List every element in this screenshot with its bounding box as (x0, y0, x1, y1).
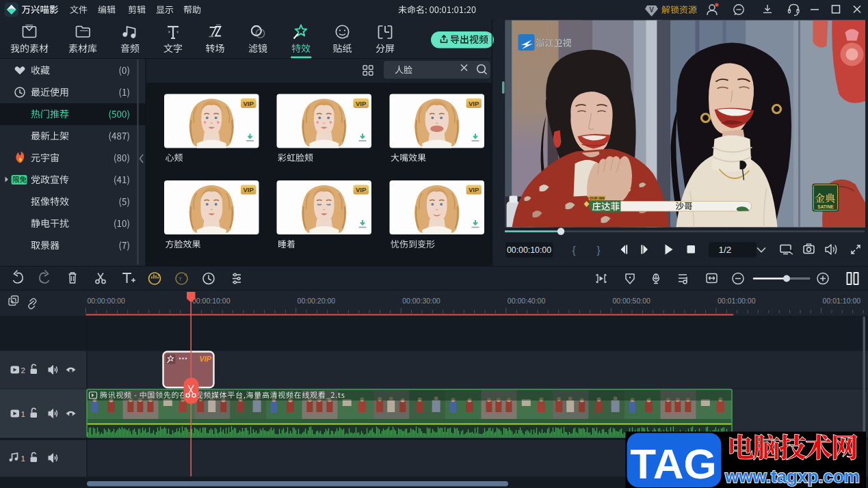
svg-text:VIP: VIP (244, 100, 254, 107)
svg-text:00:00:10:00: 00:00:10:00 (507, 245, 551, 255)
svg-text:VIP: VIP (244, 186, 254, 193)
svg-text:T: T (179, 276, 182, 282)
svg-text:00:01:00:00: 00:01:00:00 (718, 297, 756, 305)
svg-text:VIP: VIP (199, 355, 211, 363)
svg-text:1: 1 (21, 455, 25, 463)
svg-text:TAG: TAG (630, 440, 716, 487)
svg-text:00:00:50:00: 00:00:50:00 (612, 297, 650, 305)
svg-text:1/2: 1/2 (719, 245, 732, 255)
svg-text:SATINE: SATINE (817, 204, 834, 209)
svg-text:VIP: VIP (356, 186, 367, 193)
svg-text:}: } (596, 244, 600, 256)
svg-text:VIP: VIP (469, 100, 479, 107)
svg-text:VIP: VIP (469, 186, 479, 193)
svg-text:{: { (572, 244, 575, 256)
svg-text:00:00:10:00: 00:00:10:00 (192, 297, 231, 305)
svg-text:1: 1 (21, 410, 25, 418)
svg-text:00:00:20:00: 00:00:20:00 (298, 297, 336, 305)
svg-text:2: 2 (21, 366, 25, 375)
svg-text:00:00:30:00: 00:00:30:00 (402, 297, 440, 305)
svg-text:OUR INN: OUR INN (590, 196, 605, 200)
svg-text:00:01:10:00: 00:01:10:00 (823, 297, 861, 305)
svg-text:www.tagxp.com: www.tagxp.com (724, 466, 860, 487)
svg-text:00:00:40:00: 00:00:40:00 (508, 297, 546, 305)
svg-text:VIP: VIP (356, 100, 367, 107)
svg-text:00:00:00:00: 00:00:00:00 (87, 297, 125, 305)
svg-text:V: V (649, 6, 654, 14)
